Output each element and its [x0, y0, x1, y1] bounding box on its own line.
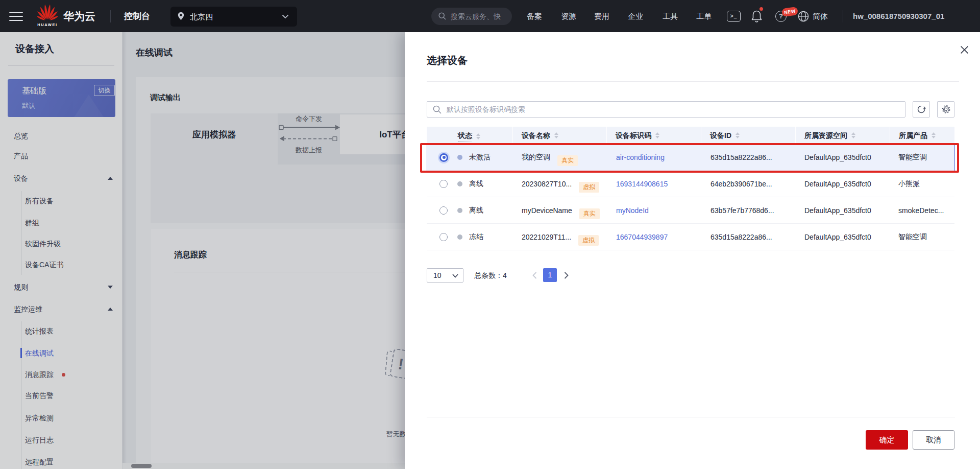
- page-size-select[interactable]: 10: [427, 268, 463, 283]
- header-search-input[interactable]: 搜索云服务、快: [431, 8, 512, 25]
- device-name-text: 20221029T11...: [522, 233, 571, 241]
- region-label: 北京四: [190, 7, 213, 27]
- drawer-title-divider: [427, 81, 959, 82]
- column-header-code[interactable]: 设备标识码: [607, 127, 701, 144]
- status-dot: [457, 181, 462, 186]
- nav-ziyuan[interactable]: 资源: [561, 0, 576, 32]
- header-divider-2: [843, 10, 843, 22]
- column-label: 状态: [458, 131, 472, 142]
- column-label: 所属资源空间: [804, 127, 847, 144]
- menu-icon[interactable]: [9, 12, 23, 21]
- prev-page-button[interactable]: [529, 268, 540, 283]
- nav-gongdan[interactable]: 工单: [696, 0, 712, 32]
- column-header-status[interactable]: 状态: [427, 127, 513, 144]
- status-dot: [457, 235, 462, 240]
- console-link[interactable]: 控制台: [124, 0, 150, 32]
- column-header-product[interactable]: 所属产品: [890, 127, 954, 144]
- table-header: 状态 设备名称 设备标识码 设备ID 所属资源空间 所属产品: [427, 127, 954, 144]
- cell-space: DefaultApp_635dfct0: [804, 144, 871, 171]
- column-settings-button[interactable]: [937, 101, 954, 118]
- real-tag: 真实: [579, 208, 600, 219]
- chevron-left-icon: [532, 272, 537, 279]
- nav-gongju[interactable]: 工具: [663, 0, 678, 32]
- gear-icon: [941, 105, 950, 114]
- table-row[interactable]: 离线 20230827T10...虚拟 1693144908615 64eb2b…: [427, 171, 954, 197]
- notification-bell-icon[interactable]: [751, 10, 763, 23]
- confirm-button[interactable]: 确定: [866, 430, 908, 450]
- total-count: 总条数：4: [474, 268, 507, 283]
- refresh-button[interactable]: [913, 101, 930, 118]
- cell-product: 小熊派: [898, 171, 920, 197]
- select-device-drawer: 选择设备 默认按照设备标识码搜索: [405, 32, 980, 469]
- cell-id: 63b57fe7b7768d6...: [710, 197, 774, 224]
- cancel-button[interactable]: 取消: [913, 430, 954, 450]
- table-row[interactable]: 离线 myDeviceName真实 myNodeId 63b57fe7b7768…: [427, 197, 954, 224]
- chevron-down-icon: [452, 274, 458, 278]
- device-name-text: 我的空调: [522, 153, 550, 162]
- footer-divider: [427, 417, 955, 417]
- location-pin-icon: [178, 12, 184, 20]
- device-name-text: 20230827T10...: [522, 180, 572, 188]
- page-number-active[interactable]: 1: [543, 268, 557, 282]
- cell-product: 智能空调: [898, 144, 927, 171]
- account-name[interactable]: hw_008618750930307_01: [853, 0, 944, 32]
- cell-status: 未激活: [469, 144, 491, 171]
- device-search-placeholder: 默认按照设备标识码搜索: [447, 102, 525, 117]
- brand-title: 华为云: [63, 0, 95, 32]
- sort-icon[interactable]: [736, 132, 740, 139]
- cell-product: smokeDetec...: [898, 197, 944, 224]
- column-header-space[interactable]: 所属资源空间: [796, 127, 890, 144]
- column-label: 设备ID: [710, 127, 731, 144]
- nav-beian[interactable]: 备案: [527, 0, 542, 32]
- nav-feiyong[interactable]: 费用: [594, 0, 609, 32]
- sort-icon[interactable]: [554, 132, 558, 139]
- chevron-right-icon: [564, 272, 569, 279]
- table-row[interactable]: 冻结 20221029T11...虚拟 1667044939897 635d15…: [427, 224, 954, 250]
- status-dot: [457, 208, 462, 213]
- cell-code: air-conditioning: [616, 144, 665, 171]
- cell-id: 635d15a8222a86...: [710, 144, 772, 171]
- radio-unselected[interactable]: [439, 180, 448, 188]
- cell-status: 离线: [469, 197, 483, 224]
- cell-name: 我的空调真实: [522, 144, 578, 171]
- total-value: 4: [503, 271, 507, 279]
- device-search-input[interactable]: 默认按照设备标识码搜索: [427, 101, 905, 118]
- cell-code: 1667044939897: [616, 224, 668, 250]
- cell-id: 635d15a8222a86...: [710, 224, 772, 250]
- close-icon[interactable]: [960, 45, 969, 55]
- radio-unselected[interactable]: [439, 206, 448, 215]
- cli-icon[interactable]: >_: [727, 11, 741, 22]
- sort-icon[interactable]: [655, 132, 659, 139]
- table-row[interactable]: 未激活 我的空调真实 air-conditioning 635d15a8222a…: [427, 144, 954, 171]
- cell-name: myDeviceName真实: [522, 197, 600, 224]
- next-page-button[interactable]: [560, 268, 572, 283]
- column-header-id[interactable]: 设备ID: [701, 127, 796, 144]
- cell-space: DefaultApp_635dfct0: [804, 171, 871, 197]
- column-label: 设备名称: [522, 127, 550, 144]
- cell-code: 1693144908615: [616, 171, 668, 197]
- region-selector[interactable]: 北京四: [170, 7, 297, 27]
- language-label[interactable]: 简体: [813, 0, 828, 32]
- column-label: 所属产品: [899, 127, 927, 144]
- cell-space: DefaultApp_635dfct0: [804, 224, 871, 250]
- cell-product: 智能空调: [898, 224, 927, 250]
- sort-icon[interactable]: [932, 132, 936, 139]
- nav-qiye[interactable]: 企业: [628, 0, 643, 32]
- virtual-tag: 虚拟: [579, 182, 599, 193]
- sort-icon[interactable]: [851, 132, 855, 139]
- sort-icon[interactable]: [476, 133, 480, 140]
- column-header-name[interactable]: 设备名称: [513, 127, 607, 144]
- notification-dot: [760, 7, 763, 11]
- header-search-placeholder: 搜索云服务、快: [451, 8, 501, 25]
- cell-id: 64eb2b390671be...: [710, 171, 772, 197]
- device-name-text: myDeviceName: [522, 206, 572, 215]
- huawei-logo[interactable]: HUAWEI: [36, 3, 59, 30]
- search-icon: [438, 12, 446, 20]
- globe-language-icon[interactable]: [798, 11, 809, 22]
- column-label: 设备标识码: [616, 127, 651, 144]
- search-icon: [433, 105, 442, 114]
- cell-name: 20221029T11...虚拟: [522, 224, 599, 250]
- radio-selected[interactable]: [439, 153, 448, 162]
- radio-unselected[interactable]: [439, 233, 448, 241]
- cell-name: 20230827T10...虚拟: [522, 171, 599, 197]
